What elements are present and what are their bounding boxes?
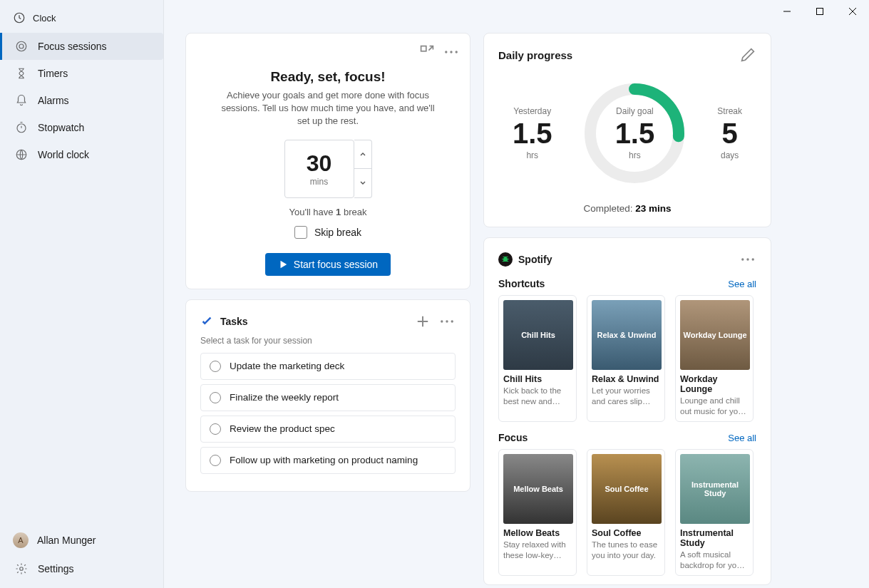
- skip-break-row[interactable]: Skip break: [200, 226, 456, 239]
- gear-icon: [15, 562, 28, 575]
- user-name: Allan Munger: [37, 535, 96, 546]
- focus-session-card: Ready, set, focus! Achieve your goals an…: [185, 33, 471, 289]
- time-display: 30 mins: [284, 140, 354, 198]
- nav-settings[interactable]: Settings: [0, 555, 163, 582]
- nav-focus-sessions[interactable]: Focus sessions: [0, 33, 163, 60]
- user-account-button[interactable]: A Allan Munger: [0, 525, 163, 555]
- svg-point-2: [19, 44, 24, 48]
- app-title: Clock: [33, 13, 56, 24]
- shortcuts-see-all[interactable]: See all: [728, 279, 756, 289]
- sidebar-bottom: A Allan Munger Settings: [0, 525, 163, 588]
- task-item[interactable]: Finalize the weekly report: [200, 384, 456, 411]
- shortcuts-title: Shortcuts: [498, 278, 545, 289]
- nav-label: Alarms: [38, 95, 69, 106]
- nav-world-clock[interactable]: World clock: [0, 141, 163, 168]
- minimize-button[interactable]: [771, 0, 803, 23]
- task-item[interactable]: Review the product spec: [200, 416, 456, 443]
- progress-ring: Daily goal 1.5 hrs: [580, 79, 689, 187]
- focus-see-all[interactable]: See all: [728, 433, 756, 443]
- playlist-art: Instrumental Study: [680, 454, 750, 524]
- tasks-more-icon[interactable]: [438, 313, 456, 330]
- task-radio[interactable]: [210, 392, 221, 403]
- nav-label: Timers: [38, 68, 68, 79]
- nav-label: Stopwatch: [38, 122, 84, 133]
- playlist-instrumental-study[interactable]: Instrumental StudyInstrumental StudyA so…: [675, 449, 754, 576]
- spotify-brand: Spotify: [518, 254, 552, 265]
- edit-icon[interactable]: [739, 46, 756, 63]
- nav-label: Focus sessions: [38, 41, 106, 52]
- todo-icon: [200, 315, 213, 328]
- step-up-button[interactable]: [354, 140, 371, 170]
- daily-progress-card: Daily progress Yesterday 1.5 hrs Daily g…: [483, 33, 771, 227]
- expand-icon[interactable]: [418, 43, 436, 61]
- spotify-icon: [498, 252, 513, 267]
- tasks-card: Tasks Select a task for your session Upd…: [185, 299, 471, 492]
- stopwatch-icon: [15, 121, 28, 134]
- nav-label: World clock: [38, 149, 89, 160]
- task-item[interactable]: Update the marketing deck: [200, 353, 456, 380]
- svg-point-9: [450, 51, 452, 53]
- nav-timers[interactable]: Timers: [0, 60, 163, 87]
- playlist-soul-coffee[interactable]: Soul CoffeeSoul CoffeeThe tunes to ease …: [587, 449, 665, 576]
- avatar: A: [13, 532, 29, 548]
- nav-stopwatch[interactable]: Stopwatch: [0, 114, 163, 141]
- svg-point-12: [446, 320, 448, 322]
- add-task-button[interactable]: [414, 313, 431, 330]
- start-focus-label: Start focus session: [294, 259, 378, 270]
- playlist-workday-lounge[interactable]: Workday LoungeWorkday LoungeLounge and c…: [675, 295, 754, 422]
- task-radio[interactable]: [210, 361, 221, 372]
- step-down-button[interactable]: [354, 169, 371, 197]
- playlist-art: Relax & Unwind: [592, 300, 662, 370]
- nav: Focus sessions Timers Alarms Stopwatch W…: [0, 33, 163, 525]
- task-label: Follow up with marketing on product nami…: [230, 455, 418, 465]
- task-radio[interactable]: [210, 455, 221, 466]
- skip-break-label: Skip break: [314, 227, 361, 238]
- completed-text: Completed: 23 mins: [498, 203, 756, 214]
- svg-point-11: [441, 320, 443, 322]
- start-focus-button[interactable]: Start focus session: [265, 253, 391, 276]
- time-value: 30: [307, 150, 332, 177]
- svg-point-8: [445, 51, 447, 53]
- focus-icon: [15, 40, 28, 53]
- globe-icon: [15, 148, 28, 161]
- svg-point-18: [752, 258, 754, 260]
- time-unit: mins: [310, 177, 328, 187]
- svg-point-17: [746, 258, 749, 260]
- playlist-relax-unwind[interactable]: Relax & UnwindRelax & UnwindLet your wor…: [587, 295, 665, 422]
- task-radio[interactable]: [210, 423, 221, 435]
- more-icon[interactable]: [443, 43, 460, 61]
- close-button[interactable]: [836, 0, 869, 23]
- time-picker: 30 mins: [200, 140, 456, 198]
- focus-subtext: Achieve your goals and get more done wit…: [220, 89, 436, 128]
- main-content: Ready, set, focus! Achieve your goals an…: [164, 0, 869, 588]
- playlist-chill-hits[interactable]: Chill HitsChill HitsKick back to the bes…: [498, 295, 577, 422]
- task-label: Finalize the weekly report: [230, 392, 339, 403]
- svg-point-13: [451, 320, 453, 322]
- app-header: Clock: [0, 6, 163, 33]
- focus-section-title: Focus: [498, 432, 528, 443]
- progress-title: Daily progress: [498, 49, 572, 61]
- nav-alarms[interactable]: Alarms: [0, 87, 163, 114]
- settings-label: Settings: [38, 563, 74, 574]
- playlist-art: Workday Lounge: [680, 300, 750, 370]
- svg-point-10: [456, 51, 458, 53]
- maximize-button[interactable]: [803, 0, 836, 23]
- tasks-title: Tasks: [220, 316, 248, 327]
- task-item[interactable]: Follow up with marketing on product nami…: [200, 447, 456, 474]
- focus-heading: Ready, set, focus!: [200, 69, 456, 85]
- playlist-art: Chill Hits: [503, 300, 573, 370]
- spotify-card: Spotify Shortcuts See all Chill HitsChil…: [483, 237, 771, 585]
- svg-rect-6: [817, 9, 823, 15]
- tasks-subtext: Select a task for your session: [200, 336, 456, 346]
- svg-point-1: [16, 41, 26, 51]
- spotify-more-icon[interactable]: [739, 251, 756, 268]
- sidebar: Clock Focus sessions Timers Alarms Stopw…: [0, 0, 164, 588]
- task-label: Update the marketing deck: [230, 361, 344, 371]
- window-controls: [771, 0, 869, 23]
- yesterday-stat: Yesterday 1.5 hrs: [513, 106, 552, 160]
- playlist-mellow-beats[interactable]: Mellow BeatsMellow BeatsStay relaxed wit…: [498, 449, 577, 576]
- playlist-art: Soul Coffee: [592, 454, 662, 524]
- streak-stat: Streak 5 days: [717, 106, 742, 160]
- svg-point-5: [20, 567, 24, 571]
- skip-break-checkbox[interactable]: [294, 226, 307, 239]
